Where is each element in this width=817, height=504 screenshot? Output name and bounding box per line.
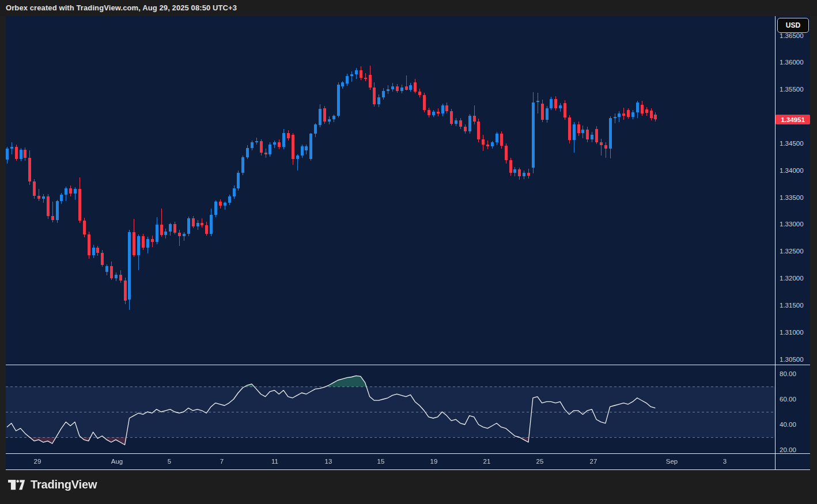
time-axis-label: 13 bbox=[316, 457, 341, 465]
price-axis[interactable]: 1.365001.360001.355001.345001.340001.335… bbox=[776, 16, 810, 470]
rsi-axis-label: 60.00 bbox=[780, 395, 796, 403]
price-axis-label: 1.31500 bbox=[780, 301, 804, 309]
bottom-bar: TradingView bbox=[0, 470, 817, 504]
time-axis-label: 25 bbox=[527, 457, 553, 465]
time-axis-label: 21 bbox=[474, 457, 500, 465]
rsi-axis-label: 80.00 bbox=[780, 370, 796, 378]
time-axis-label: 11 bbox=[262, 457, 288, 465]
time-axis-separator bbox=[6, 453, 810, 454]
time-axis-label: 27 bbox=[581, 457, 606, 465]
price-axis-label: 1.33500 bbox=[780, 194, 804, 202]
tradingview-logo[interactable]: TradingView bbox=[8, 478, 97, 491]
attribution-bar: Orbex created with TradingView.com, Aug … bbox=[0, 0, 817, 16]
time-axis-label: 19 bbox=[421, 457, 447, 465]
rsi-axis-label: 20.00 bbox=[780, 446, 796, 454]
currency-button-label: USD bbox=[786, 21, 800, 29]
price-axis-label: 1.32000 bbox=[780, 274, 804, 282]
last-price-badge: 1.34951 bbox=[776, 115, 810, 124]
pane-separator[interactable] bbox=[6, 365, 810, 365]
time-axis-label: 29 bbox=[25, 457, 50, 465]
time-axis-label: 3 bbox=[712, 457, 737, 465]
last-price-value: 1.34951 bbox=[781, 116, 805, 123]
time-axis-label: 5 bbox=[157, 457, 182, 465]
price-axis-label: 1.34000 bbox=[780, 166, 804, 175]
time-axis-label: 7 bbox=[209, 457, 234, 465]
price-axis-label: 1.31000 bbox=[780, 328, 804, 336]
price-axis-label: 1.30500 bbox=[780, 355, 804, 363]
time-axis-label: Aug bbox=[104, 457, 130, 465]
chart-canvas[interactable] bbox=[6, 16, 775, 470]
time-axis-label: 15 bbox=[368, 457, 394, 465]
price-axis-separator[interactable] bbox=[775, 16, 776, 470]
tradingview-logo-icon bbox=[8, 480, 25, 490]
currency-button[interactable]: USD bbox=[777, 18, 809, 33]
time-axis[interactable]: 29Aug5711131519212527Sep3 bbox=[6, 454, 775, 469]
price-axis-label: 1.33000 bbox=[780, 220, 804, 228]
rsi-axis-label: 40.00 bbox=[780, 420, 796, 429]
price-axis-label: 1.34500 bbox=[780, 139, 804, 147]
price-axis-label: 1.32500 bbox=[780, 247, 804, 255]
chart-bottom-border bbox=[6, 469, 810, 470]
time-axis-label: Sep bbox=[659, 457, 684, 465]
tradingview-logo-text: TradingView bbox=[31, 478, 97, 491]
attribution-text: Orbex created with TradingView.com, Aug … bbox=[6, 0, 817, 16]
price-axis-label: 1.35500 bbox=[780, 85, 804, 93]
price-axis-label: 1.36500 bbox=[780, 32, 804, 40]
price-axis-label: 1.36000 bbox=[780, 58, 804, 66]
